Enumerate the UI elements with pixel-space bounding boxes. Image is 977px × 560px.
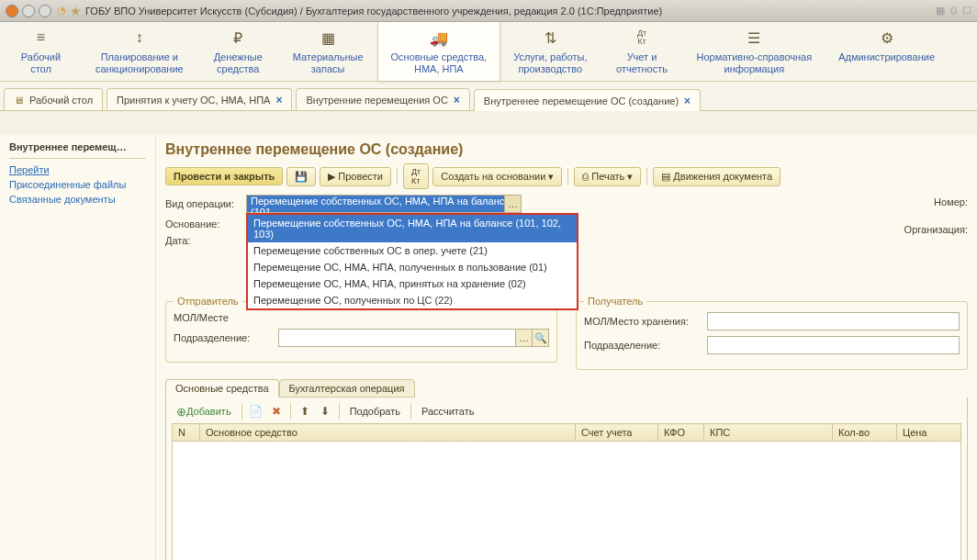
search-button[interactable]: 🔍 <box>532 330 548 346</box>
help-icon[interactable]: ☐ <box>962 5 971 17</box>
table-body-empty[interactable] <box>172 442 961 560</box>
titlebar: ◔ ★ ГОБУ ВПО Университет Искусств (Субси… <box>0 0 977 22</box>
side-link-files[interactable]: Присоединенные файлы <box>9 179 146 190</box>
window-title: ГОБУ ВПО Университет Искусств (Субсидия)… <box>85 6 936 17</box>
grid-icon: ▦ <box>318 29 338 46</box>
copy-row-button[interactable]: 📄 <box>248 403 264 420</box>
nav-money[interactable]: ₽ Денежные средства <box>197 22 280 81</box>
side-link-related[interactable]: Связанные документы <box>9 194 146 205</box>
create-based-button[interactable]: Создать на основании ▾ <box>432 167 562 186</box>
col-kfo[interactable]: КФО <box>658 424 704 442</box>
sub-tab-assets[interactable]: Основные средства <box>165 379 279 398</box>
nav-label: Услуги, работы, производство <box>513 51 587 75</box>
grid-icon[interactable]: ▦ <box>936 5 945 17</box>
sender-div-input[interactable]: … 🔍 <box>278 329 549 347</box>
sub-tab-accounting[interactable]: Бухгалтерская операция <box>279 379 415 398</box>
nav-label: Нормативно-справочная информация <box>696 51 812 75</box>
window-max-btn[interactable] <box>39 5 51 17</box>
chevron-down-icon: ▾ <box>548 171 554 183</box>
right-fields: Номер: Организация: <box>904 195 968 235</box>
receiver-group: Получатель МОЛ/Место хранения: Подраздел… <box>576 296 968 370</box>
col-qty[interactable]: Кол-во <box>833 424 897 442</box>
dropdown-option[interactable]: Перемещение собственных ОС, НМА, НПА на … <box>248 215 577 242</box>
table-toolbar: ⊕ Добавить 📄 ✖ ⬆ ⬇ Подобрать Рассчитать <box>172 403 961 420</box>
tab-acceptance[interactable]: Принятия к учету ОС, НМА, НПА × <box>107 88 292 110</box>
close-icon[interactable]: × <box>684 95 691 107</box>
page-title: Внутреннее перемещение ОС (создание) <box>165 141 968 158</box>
dropdown-option[interactable]: Перемещение собственных ОС в опер. учете… <box>248 242 577 259</box>
table-header-row: N Основное средство Счет учета КФО КПС К… <box>173 424 961 442</box>
org-label: Организация: <box>904 224 968 235</box>
move-down-button[interactable]: ⬇ <box>317 403 333 420</box>
print-icon[interactable]: ⎙ <box>950 5 957 17</box>
dtkt-button[interactable]: ДтКт <box>403 163 429 189</box>
nav-services[interactable]: ⇅ Услуги, работы, производство <box>500 22 601 81</box>
dropdown-option[interactable]: Перемещение ОС, НМА, НПА, принятых на хр… <box>248 275 577 292</box>
main-nav: ≡ Рабочий стол ↕ Планирование и санкцион… <box>0 22 977 82</box>
tab-move-create[interactable]: Внутреннее перемещение ОС (создание) × <box>474 89 701 111</box>
col-asset[interactable]: Основное средство <box>200 424 576 442</box>
movements-button[interactable]: ▤ Движения документа <box>653 167 780 186</box>
op-type-label: Вид операции: <box>165 198 246 209</box>
nav-label: Планирование и санкционирование <box>95 51 184 75</box>
op-type-field[interactable]: Перемещение собственных ОС, НМА, НПА на … <box>246 195 522 213</box>
chevron-down-icon: ▾ <box>627 171 633 183</box>
nav-planning[interactable]: ↕ Планирование и санкционирование <box>83 22 197 81</box>
sender-mol-label: МОЛ/Месте <box>174 312 275 323</box>
tab-desktop[interactable]: 🖥 Рабочий стол <box>4 88 103 110</box>
col-account[interactable]: Счет учета <box>576 424 658 442</box>
gear-icon: ⚙ <box>877 29 897 46</box>
calc-button[interactable]: Рассчитать <box>417 403 478 420</box>
col-n[interactable]: N <box>173 424 200 442</box>
col-kps[interactable]: КПС <box>704 424 833 442</box>
tab-label: Внутреннее перемещение ОС (создание) <box>484 95 679 106</box>
nav-materials[interactable]: ▦ Материальные запасы <box>280 22 377 81</box>
btn-label: Печать <box>591 171 624 182</box>
close-icon[interactable]: × <box>454 94 460 106</box>
tune-icon: ⇅ <box>540 29 560 46</box>
move-up-button[interactable]: ⬆ <box>297 403 313 420</box>
side-panel: Внутреннее перемещ… Перейти Присоединенн… <box>0 134 156 560</box>
dropdown-option[interactable]: Перемещение ОС, полученных по ЦС (22) <box>248 292 577 308</box>
title-right-icons: ▦ ⎙ ☐ <box>936 5 971 17</box>
side-go-link[interactable]: Перейти <box>9 164 146 175</box>
favorite-icon[interactable]: ★ <box>70 4 82 18</box>
receiver-mol-input[interactable] <box>707 312 960 330</box>
app-logo-icon: ◔ <box>57 5 66 17</box>
nav-admin[interactable]: ⚙ Администрирование <box>825 22 949 81</box>
nav-desktop[interactable]: ≡ Рабочий стол <box>0 22 83 81</box>
nav-reference[interactable]: ☰ Нормативно-справочная информация <box>683 22 825 81</box>
delete-row-button[interactable]: ✖ <box>268 403 285 420</box>
receiver-div-input[interactable] <box>707 336 960 354</box>
print-button[interactable]: ⎙ Печать ▾ <box>574 167 641 186</box>
list-icon: ≡ <box>31 29 51 46</box>
dropdown-option[interactable]: Перемещение ОС, НМА, НПА, полученных в п… <box>248 259 577 275</box>
planning-icon: ↕ <box>129 29 150 46</box>
window-close-btn[interactable] <box>6 5 18 17</box>
tab-label: Рабочий стол <box>29 95 93 106</box>
post-and-close-button[interactable]: Провести и закрыть <box>165 167 283 185</box>
close-icon[interactable]: × <box>275 94 282 106</box>
op-type-dropdown: Перемещение собственных ОС, НМА, НПА на … <box>246 213 578 310</box>
save-button[interactable]: 💾 <box>286 167 316 186</box>
nav-label: Основные средства, НМА, НПА <box>391 51 488 75</box>
dropdown-toggle[interactable]: … <box>504 196 521 212</box>
add-row-button[interactable]: ⊕ Добавить <box>172 403 236 420</box>
dtkt-icon: Дт Кт <box>632 29 652 46</box>
sender-div-label: Подразделение: <box>174 332 275 343</box>
window-min-btn[interactable] <box>22 5 35 17</box>
save-icon: 💾 <box>295 171 308 183</box>
col-price[interactable]: Цена <box>897 424 961 442</box>
truck-icon: 🚚 <box>429 29 449 46</box>
tab-moves-list[interactable]: Внутренние перемещения ОС × <box>296 88 469 110</box>
lookup-button[interactable]: … <box>515 330 532 346</box>
nav-reporting[interactable]: Дт Кт Учет и отчетность <box>601 22 683 81</box>
post-button[interactable]: ▶ Провести <box>320 167 391 186</box>
nav-label: Денежные средства <box>214 51 263 75</box>
separator <box>567 168 568 185</box>
dtkt-icon: ДтКт <box>411 167 421 185</box>
pick-button[interactable]: Подобрать <box>345 403 405 420</box>
btn-label: Создать на основании <box>441 171 545 182</box>
print-icon: ⎙ <box>582 171 589 182</box>
nav-assets[interactable]: 🚚 Основные средства, НМА, НПА <box>377 22 501 81</box>
